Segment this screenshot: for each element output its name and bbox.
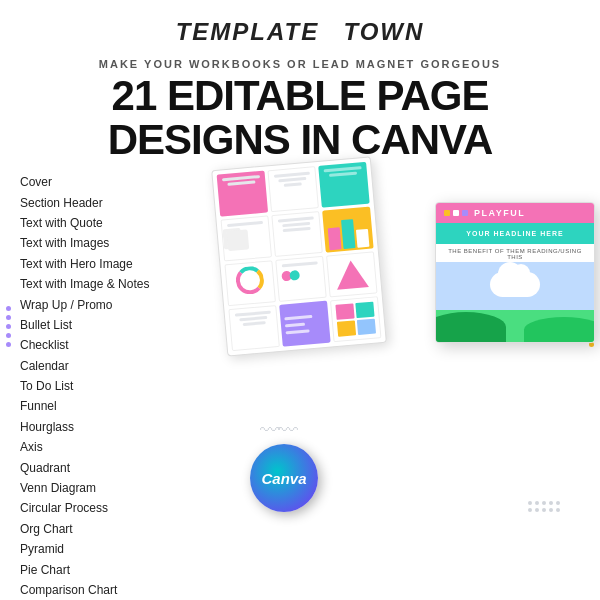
list-item: Pyramid: [20, 539, 220, 559]
dot: [535, 501, 539, 505]
main-content: Cover Section Header Text with Quote Tex…: [0, 172, 600, 600]
list-item: Text with Hero Image: [20, 254, 220, 274]
list-item: Text with Images: [20, 233, 220, 253]
grid-cell: [267, 166, 318, 212]
side-dot: [6, 315, 11, 320]
card-header: PLAYFUL: [436, 203, 594, 223]
side-dot: [6, 306, 11, 311]
grid-cell: [228, 305, 279, 351]
dots-decoration: [528, 501, 560, 512]
main-title: 21 EDITABLE PAGE DESIGNS IN CANVA: [0, 74, 600, 162]
brand-suffix: Town: [343, 18, 424, 45]
grid-container: [211, 156, 387, 356]
grid-cell: [322, 207, 373, 253]
list-item: Text with Quote: [20, 213, 220, 233]
mockup-area: PLAYFUL YOUR HEADLINE HERE THE BENEFIT O…: [230, 172, 580, 512]
grid-cell: [221, 216, 272, 262]
hill-left: [436, 312, 506, 342]
grid-cell: [318, 162, 369, 208]
card-scene: [436, 262, 594, 342]
list-item: Wrap Up / Promo: [20, 295, 220, 315]
list-item: Funnel: [20, 396, 220, 416]
dot: [542, 508, 546, 512]
grid-cell: [275, 256, 326, 302]
list-item: Text with Image & Notes: [20, 274, 220, 294]
list-item: Pie Chart: [20, 560, 220, 580]
brand-title: TEMPLATE Town: [0, 18, 600, 46]
grid-cell: [217, 171, 268, 217]
list-items: Cover Section Header Text with Quote Tex…: [20, 172, 220, 600]
dot: [549, 508, 553, 512]
list-item: Quadrant: [20, 458, 220, 478]
dot-yellow: [444, 210, 450, 216]
list-item: Cover: [20, 172, 220, 192]
banner-text: YOUR HEADLINE HERE: [444, 230, 586, 237]
dot: [549, 501, 553, 505]
dot: [542, 501, 546, 505]
brand-prefix: TEMPLATE: [176, 18, 320, 45]
header: TEMPLATE Town: [0, 0, 600, 52]
grid-cell: [279, 301, 330, 347]
color-dots: [444, 210, 468, 216]
side-dots-left: [0, 300, 17, 353]
dot: [528, 508, 532, 512]
playful-card-mockup: PLAYFUL YOUR HEADLINE HERE THE BENEFIT O…: [435, 202, 595, 343]
grid-cell: [224, 260, 275, 306]
card-banner: YOUR HEADLINE HERE: [436, 223, 594, 244]
card-subtitle: THE BENEFIT OF THEM READING/USING THIS: [436, 244, 594, 262]
list-item: To Do List: [20, 376, 220, 396]
side-dot: [6, 324, 11, 329]
hills-decoration: [436, 312, 594, 342]
list-item: Org Chart: [20, 519, 220, 539]
dot: [556, 508, 560, 512]
side-dot: [6, 333, 11, 338]
canva-label: Canva: [261, 470, 306, 487]
dot: [528, 501, 532, 505]
list-item: Comparison Chart: [20, 580, 220, 600]
main-title-line1: 21 EDITABLE PAGE: [112, 72, 489, 119]
list-item: Bullet List: [20, 315, 220, 335]
list-item: Circular Process: [20, 498, 220, 518]
dot: [556, 501, 560, 505]
dot: [535, 508, 539, 512]
list-item: Calendar: [20, 356, 220, 376]
template-grid-mockup: [211, 155, 409, 380]
wave-decoration: 〰〰: [260, 419, 296, 442]
list-item: Hourglass: [20, 417, 220, 437]
canva-badge: Canva: [250, 444, 318, 512]
list-item: Section Header: [20, 193, 220, 213]
grid-cell: [330, 296, 381, 342]
hill-right: [524, 317, 594, 342]
dot-white: [453, 210, 459, 216]
side-dot: [6, 342, 11, 347]
list-item: Venn Diagram: [20, 478, 220, 498]
cloud-decoration: [490, 272, 540, 297]
feature-list: Cover Section Header Text with Quote Tex…: [20, 172, 220, 600]
card-label: PLAYFUL: [474, 208, 525, 218]
subtitle: MAKE YOUR WORKBOOKS OR LEAD MAGNET GORGE…: [0, 58, 600, 70]
grid-cell: [271, 211, 322, 257]
list-item: Axis: [20, 437, 220, 457]
main-title-line2: DESIGNS IN CANVA: [108, 116, 493, 163]
grid-cell: [326, 252, 377, 298]
dot-purple: [462, 210, 468, 216]
list-item: Checklist: [20, 335, 220, 355]
